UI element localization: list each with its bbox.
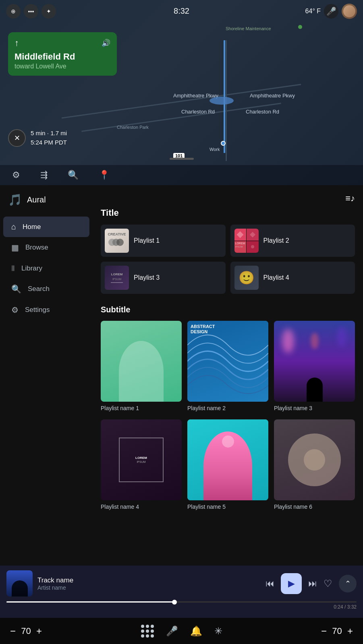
nav-toward-text: toward Lowell Ave bbox=[15, 63, 110, 70]
card-name-5: Playlist name 5 bbox=[187, 504, 268, 510]
concert-silhouette bbox=[307, 378, 323, 402]
playlist-label-2: Playlist 2 bbox=[263, 237, 289, 244]
navigation-card: ↑ 🔊 Middlefield Rd toward Lowell Ave bbox=[8, 32, 117, 76]
queue-icon-button[interactable]: ≡♪ bbox=[345, 193, 355, 204]
cards-row-1: Playlist name 1 ABSTRACTDESIGN bbox=[101, 321, 355, 411]
progress-track[interactable] bbox=[6, 601, 357, 603]
playlist-item-2[interactable]: LOREM IPSUM Playlist 2 bbox=[230, 225, 355, 257]
map-blue-oval bbox=[210, 97, 234, 105]
nav-direction-icon: ↑ bbox=[15, 38, 19, 48]
sidebar-item-library[interactable]: ⫴ Library bbox=[3, 258, 89, 279]
map-shoreline-label: Shoreline Maintenance bbox=[226, 26, 271, 31]
dot bbox=[151, 625, 154, 628]
library-icon: ⫴ bbox=[11, 264, 15, 273]
status-time: 8:32 bbox=[174, 6, 189, 16]
card-thumb-2: ABSTRACTDESIGN bbox=[187, 321, 268, 402]
card-item-3[interactable]: Playlist name 3 bbox=[274, 321, 355, 411]
map-road-label-3: Charleston Rd bbox=[181, 109, 215, 115]
card-name-2: Playlist name 2 bbox=[187, 405, 268, 411]
search-nav-icon: 🔍 bbox=[11, 284, 21, 294]
playlist-label-4: Playlist 4 bbox=[263, 274, 289, 281]
card-item-1[interactable]: Playlist name 1 bbox=[101, 321, 182, 411]
trip-text: 5 min · 1.7 mi 5:24 PM PDT bbox=[31, 129, 67, 147]
play-button[interactable]: ▶ bbox=[281, 573, 302, 594]
dot bbox=[151, 634, 154, 638]
route-icon[interactable]: ⇶ bbox=[40, 170, 48, 180]
card-item-2[interactable]: ABSTRACTDESIGN Playlist name 2 bbox=[187, 321, 268, 411]
vol-left-plus[interactable]: + bbox=[36, 625, 42, 637]
search-icon[interactable]: 🔍 bbox=[68, 170, 79, 180]
track-info: Track name Artist name bbox=[37, 576, 261, 591]
mic-button[interactable]: 🎤 bbox=[324, 4, 338, 19]
vol-right-plus[interactable]: + bbox=[347, 625, 353, 637]
vol-left-minus[interactable]: − bbox=[10, 625, 16, 637]
concert-scene bbox=[274, 321, 355, 402]
apps-grid-icon[interactable] bbox=[141, 625, 154, 638]
browse-icon: ▦ bbox=[11, 243, 19, 252]
signal-button[interactable]: ▪▪▪ bbox=[24, 4, 38, 19]
signal-icon: ▪▪▪ bbox=[28, 8, 34, 14]
playlist-thumb-2: LOREM IPSUM bbox=[234, 229, 259, 253]
brand-name: Aural bbox=[27, 195, 46, 204]
map-work-label: Work bbox=[210, 147, 220, 152]
artist-name: Artist name bbox=[37, 584, 261, 591]
notification-icon[interactable]: 🔔 bbox=[190, 625, 202, 637]
dot bbox=[151, 630, 154, 633]
bottom-icons: 🎤 🔔 ✳ bbox=[141, 625, 222, 638]
sidebar-item-browse[interactable]: ▦ Browse bbox=[3, 237, 89, 258]
trip-info: ✕ 5 min · 1.7 mi 5:24 PM PDT bbox=[8, 129, 67, 147]
climate-icon[interactable]: ✳ bbox=[214, 625, 222, 637]
card-name-1: Playlist name 1 bbox=[101, 405, 182, 411]
close-navigation-button[interactable]: ✕ bbox=[8, 129, 26, 147]
sidebar-label-library: Library bbox=[21, 264, 42, 272]
settings-nav-icon: ⚙ bbox=[11, 305, 19, 315]
dot bbox=[141, 634, 144, 638]
microphone-icon[interactable]: 🎤 bbox=[166, 625, 178, 637]
home-icon: ⌂ bbox=[11, 222, 16, 231]
temperature-display: 64° F bbox=[305, 8, 321, 15]
track-thumb-silhouette bbox=[12, 580, 28, 597]
card-item-6[interactable]: Playlist name 6 bbox=[274, 419, 355, 510]
sidebar: 🎵 Aural ⌂ Home ▦ Browse ⫴ Library 🔍 Sear… bbox=[0, 185, 93, 586]
previous-button[interactable]: ⏮ bbox=[266, 578, 274, 589]
next-button[interactable]: ⏭ bbox=[308, 578, 317, 589]
track-thumbnail bbox=[6, 570, 33, 597]
nav-sound-icon[interactable]: 🔊 bbox=[102, 39, 110, 47]
playlist-thumb-1: CREATIVE bbox=[105, 229, 129, 253]
card-item-5[interactable]: Playlist name 5 bbox=[187, 419, 268, 510]
brand-icon: 🎵 bbox=[8, 193, 22, 206]
card-item-4[interactable]: LOREM IPSUM Playlist name 4 bbox=[101, 419, 182, 510]
avatar-image bbox=[343, 5, 355, 17]
app-brand: 🎵 Aural bbox=[0, 193, 93, 217]
playlist-thumb-4: 🙂 bbox=[234, 266, 259, 290]
playlist-item-4[interactable]: 🙂 Playlist 4 bbox=[230, 262, 355, 294]
playlist-label-1: Playlist 1 bbox=[134, 237, 160, 244]
vol-right-minus[interactable]: − bbox=[321, 625, 327, 637]
location-pin-icon[interactable]: 📍 bbox=[99, 170, 110, 180]
user-avatar[interactable] bbox=[342, 4, 357, 19]
cards-row-2: LOREM IPSUM Playlist name 4 Playli bbox=[101, 419, 355, 510]
like-button[interactable]: ♡ bbox=[324, 578, 332, 589]
expand-button[interactable]: ⌃ bbox=[339, 575, 357, 592]
sidebar-item-home[interactable]: ⌂ Home bbox=[3, 217, 89, 237]
playlist-item-1[interactable]: CREATIVE Playlist 1 bbox=[101, 225, 226, 257]
player-controls: ⏮ ▶ ⏭ ♡ ⌃ bbox=[266, 573, 357, 594]
settings-icon[interactable]: ⚙ bbox=[12, 170, 20, 180]
card-thumb-5 bbox=[187, 419, 268, 500]
main-content: ≡♪ Title CREATIVE Playlist 1 bbox=[93, 185, 363, 586]
progress-time: 0:24 / 3:32 bbox=[6, 604, 357, 610]
map-section: Amphitheatre Pkwy Amphitheatre Pkwy Char… bbox=[0, 0, 363, 185]
brightness-icon: ✦ bbox=[46, 8, 51, 14]
sidebar-item-settings[interactable]: ⚙ Settings bbox=[3, 299, 89, 320]
brightness-button[interactable]: ✦ bbox=[41, 4, 56, 19]
drag-handle[interactable] bbox=[170, 158, 194, 160]
bluetooth-icon: ⊕ bbox=[11, 8, 16, 14]
playlist-item-3[interactable]: LOREM IPSUM Playlist 3 bbox=[101, 262, 226, 294]
dot bbox=[146, 625, 149, 628]
sidebar-label-browse: Browse bbox=[25, 244, 48, 252]
bluetooth-button[interactable]: ⊕ bbox=[6, 4, 21, 19]
time-display: 0:24 / 3:32 bbox=[334, 604, 357, 610]
vol-left-value: 70 bbox=[19, 626, 33, 636]
sidebar-item-search[interactable]: 🔍 Search bbox=[3, 279, 89, 299]
card-name-3: Playlist name 3 bbox=[274, 405, 355, 411]
